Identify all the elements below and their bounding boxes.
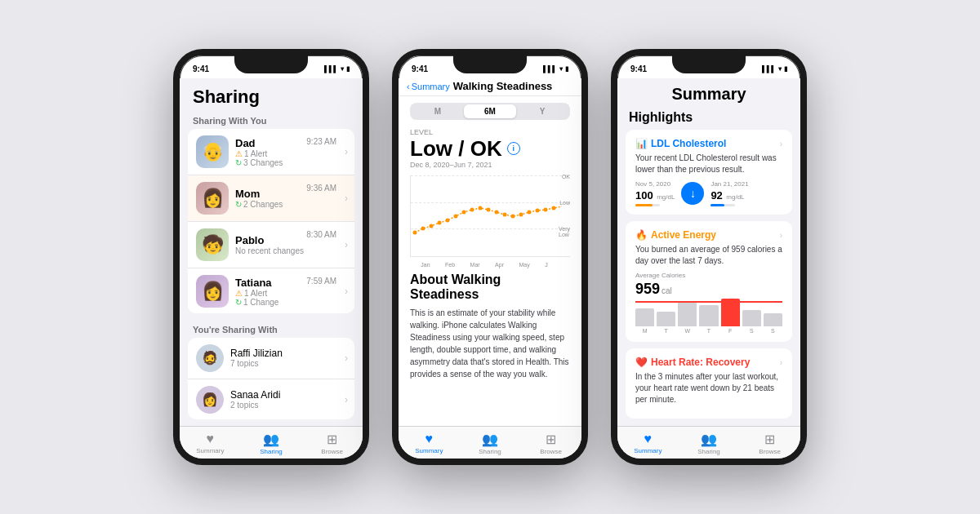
ldl-title: LDL Cholesterol bbox=[651, 138, 726, 149]
chart-svg bbox=[411, 175, 562, 253]
avatar-sanaa: 👩 bbox=[196, 386, 224, 414]
contact-list: 👴 Dad ⚠ 1 Alert ↻ 3 Changes 9:23 AM bbox=[188, 129, 354, 313]
energy-desc: You burned an average of 959 calories a … bbox=[635, 244, 782, 267]
x-j: J bbox=[545, 262, 548, 268]
contact-dad[interactable]: 👴 Dad ⚠ 1 Alert ↻ 3 Changes 9:23 AM bbox=[188, 129, 354, 175]
date-range: Dec 8, 2020–Jun 7, 2021 bbox=[410, 161, 570, 169]
about-text: This is an estimate of your stability wh… bbox=[410, 307, 570, 380]
browse-icon-2: ⊞ bbox=[546, 432, 556, 447]
tab-summary-2[interactable]: ♥ Summary bbox=[399, 432, 460, 455]
time-segment: M 6M Y bbox=[410, 103, 570, 120]
day-s2: S bbox=[771, 328, 775, 334]
x-apr: Apr bbox=[495, 262, 504, 268]
ldl-val1: 100 bbox=[635, 189, 653, 202]
ldl-desc: Your recent LDL Cholesterol result was l… bbox=[635, 153, 782, 175]
svg-point-15 bbox=[536, 209, 540, 213]
cal-bar-m: M bbox=[635, 308, 654, 334]
svg-point-14 bbox=[528, 210, 532, 215]
mom-chevron: › bbox=[345, 193, 348, 204]
tab-browse-1[interactable]: ⊞ Browse bbox=[301, 432, 363, 455]
avg-line bbox=[635, 301, 782, 303]
sharing-with-list: 🧔 Raffi Jilizian 7 topics › 👩 Sanaa Arid… bbox=[188, 338, 354, 419]
status-time-3: 9:41 bbox=[630, 64, 647, 73]
hr-card[interactable]: ❤️ Heart Rate: Recovery › In the 3 minut… bbox=[626, 348, 792, 419]
sharing-icon-1: 👥 bbox=[263, 432, 279, 447]
summary-label-3: Summary bbox=[634, 447, 662, 454]
tatiana-alert-icon: ⚠ bbox=[235, 289, 243, 298]
avatar-tatiana: 👩 bbox=[196, 275, 229, 308]
contact-mom-changes: ↻ 2 Changes bbox=[235, 200, 346, 209]
back-label: Summary bbox=[412, 82, 450, 91]
section-you-are-sharing: You're Sharing With bbox=[180, 320, 363, 338]
browse-label-3: Browse bbox=[759, 448, 781, 455]
phone-sharing: 9:41 ▌▌▌ ▾ ▮ Sharing Sharing With You 👴 … bbox=[173, 49, 369, 465]
dad-changes-label: 3 Changes bbox=[243, 158, 283, 167]
tab-sharing-1[interactable]: 👥 Sharing bbox=[241, 432, 302, 455]
battery-icon-2: ▮ bbox=[565, 65, 568, 73]
phones-container: 9:41 ▌▌▌ ▾ ▮ Sharing Sharing With You 👴 … bbox=[173, 49, 807, 465]
walking-screen: ‹ Summary Walking Steadiness M 6M Y LEVE… bbox=[399, 78, 581, 459]
raffi-info: Raffi Jilizian 7 topics bbox=[230, 348, 346, 368]
energy-icon: 🔥 bbox=[635, 229, 648, 241]
tab-summary-3[interactable]: ♥ Summary bbox=[617, 432, 679, 455]
battery-icon-3: ▮ bbox=[784, 65, 787, 73]
segment-y[interactable]: Y bbox=[516, 104, 568, 118]
ldl-bar1-fill bbox=[635, 204, 653, 206]
info-button[interactable]: i bbox=[507, 142, 520, 155]
svg-point-2 bbox=[430, 224, 434, 228]
day-m: M bbox=[643, 328, 648, 334]
status-bar-3: 9:41 ▌▌▌ ▾ ▮ bbox=[617, 55, 800, 78]
cal-bar-s2: S bbox=[764, 313, 782, 334]
hr-title: Heart Rate: Recovery bbox=[651, 357, 750, 368]
contact-mom[interactable]: 👩 Mom ↻ 2 Changes 9:36 AM › bbox=[188, 175, 354, 222]
signal-icon-1: ▌▌▌ bbox=[324, 65, 338, 73]
ldl-values: Nov 5, 2020 100 mg/dL ↓ Jan 21, 2021 bbox=[635, 180, 782, 206]
highlights-title: Highlights bbox=[617, 107, 800, 130]
hr-desc: In the 3 minutes after your last workout… bbox=[635, 371, 782, 405]
sharing-label-3: Sharing bbox=[697, 448, 720, 455]
avg-unit: cal bbox=[662, 286, 672, 295]
segment-6m[interactable]: 6M bbox=[464, 104, 516, 118]
hr-title-row: ❤️ Heart Rate: Recovery bbox=[635, 357, 750, 368]
tab-browse-3[interactable]: ⊞ Browse bbox=[739, 432, 800, 455]
tab-bar-2: ♥ Summary 👥 Sharing ⊞ Browse bbox=[399, 426, 581, 459]
avatar-raffi: 🧔 bbox=[196, 344, 224, 372]
sharing-screen: Sharing Sharing With You 👴 Dad ⚠ 1 Alert bbox=[180, 78, 363, 459]
avatar-mom: 👩 bbox=[196, 182, 229, 215]
ldl-card[interactable]: 📊 LDL Cholesterol › Your recent LDL Chol… bbox=[626, 130, 792, 215]
tab-sharing-2[interactable]: 👥 Sharing bbox=[460, 432, 521, 455]
tab-sharing-3[interactable]: 👥 Sharing bbox=[679, 432, 740, 455]
sharing-icon-3: 👥 bbox=[701, 432, 717, 447]
tab-summary-1[interactable]: ♥ Summary bbox=[180, 432, 241, 455]
energy-card[interactable]: 🔥 Active Energy › You burned an average … bbox=[626, 221, 792, 342]
browse-icon-1: ⊞ bbox=[327, 432, 337, 447]
back-chevron-icon: ‹ bbox=[407, 82, 410, 91]
dad-alert-label: 1 Alert bbox=[244, 149, 267, 158]
ldl-val2-row: 92 mg/dL bbox=[710, 188, 748, 202]
contact-tatiana[interactable]: 👩 Tatiana ⚠ 1 Alert ↻ 1 Change 7:59 bbox=[188, 268, 354, 313]
phone-walking: 9:41 ▌▌▌ ▾ ▮ ‹ Summary Walking Steadines… bbox=[392, 49, 588, 465]
bar-t1 bbox=[657, 312, 675, 326]
contact-tatiana-changes: ↻ 1 Change bbox=[235, 298, 346, 307]
avg-calories-label: Average Calories bbox=[635, 272, 782, 279]
contact-pablo[interactable]: 🧒 Pablo No recent changes 8:30 AM › bbox=[188, 222, 354, 268]
day-t2: T bbox=[707, 328, 710, 334]
mom-time: 9:36 AM bbox=[306, 184, 336, 193]
svg-point-16 bbox=[544, 208, 548, 212]
browse-icon-3: ⊞ bbox=[764, 432, 775, 447]
avatar-dad-emoji: 👴 bbox=[202, 141, 224, 162]
tatiana-changes-label: 1 Change bbox=[243, 298, 278, 307]
segment-m[interactable]: M bbox=[412, 104, 464, 118]
tatiana-change-icon: ↻ bbox=[235, 298, 242, 307]
back-button[interactable]: ‹ Summary bbox=[407, 82, 450, 91]
section-sharing-with-you: Sharing With You bbox=[180, 111, 363, 129]
status-time-2: 9:41 bbox=[412, 64, 428, 73]
battery-icon-1: ▮ bbox=[346, 65, 350, 73]
sharing-raffi[interactable]: 🧔 Raffi Jilizian 7 topics › bbox=[188, 338, 354, 379]
tab-browse-2[interactable]: ⊞ Browse bbox=[520, 432, 581, 455]
ldl-icon: 📊 bbox=[635, 138, 648, 149]
sharing-sanaa[interactable]: 👩 Sanaa Aridi 2 topics › bbox=[188, 379, 354, 419]
chart-x-labels: Jan Feb Mar Apr May J bbox=[410, 262, 570, 273]
hr-header: ❤️ Heart Rate: Recovery › bbox=[635, 357, 782, 368]
about-title: About Walking Steadiness bbox=[410, 273, 570, 302]
